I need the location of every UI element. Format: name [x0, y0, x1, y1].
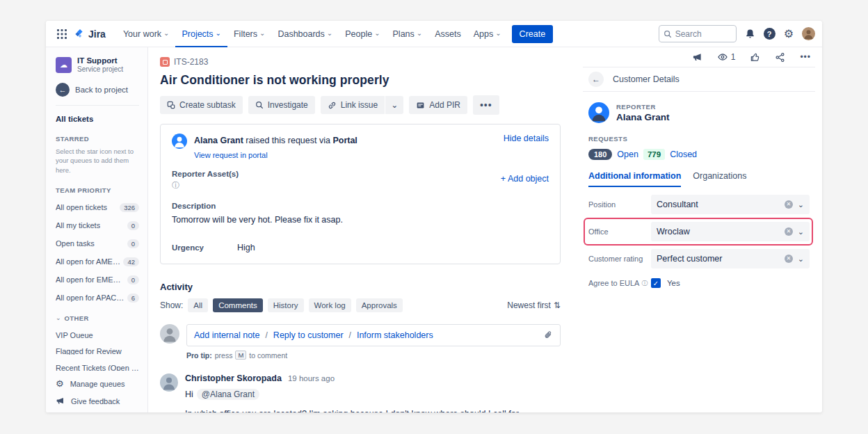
comment-composer[interactable]: Add internal note / Reply to customer / …: [186, 324, 561, 346]
more-options-icon[interactable]: •••: [800, 52, 811, 62]
add-internal-note-link[interactable]: Add internal note: [194, 330, 260, 340]
give-feedback-button[interactable]: Give feedback: [56, 396, 139, 405]
sidebar-item-all-open-tickets[interactable]: All open tickets326: [56, 203, 139, 212]
view-request-in-portal-link[interactable]: View request in portal: [194, 151, 549, 159]
description-text: Tomorrow will be very hot. Please fix it…: [172, 215, 549, 225]
eula-checkbox[interactable]: ✓: [651, 278, 661, 288]
nav-item-dashboards[interactable]: Dashboards⌄: [271, 21, 339, 47]
requests-label: REQUESTS: [588, 135, 810, 143]
customer-rating-label: Customer rating: [588, 255, 651, 263]
sidebar-item-apac-region[interactable]: All open for APAC Region6: [56, 294, 139, 303]
description-label: Description: [172, 202, 549, 210]
closed-requests-link[interactable]: Closed: [670, 150, 697, 159]
feedback-megaphone-icon[interactable]: [692, 52, 702, 63]
info-icon[interactable]: ⓘ: [641, 279, 648, 288]
sidebar-item-vip-queue[interactable]: VIP Queue: [56, 331, 139, 338]
sidebar-item-all-my-tickets[interactable]: All my tickets0: [56, 221, 139, 230]
link-issue-button[interactable]: Link issue: [321, 96, 385, 114]
open-requests-link[interactable]: Open: [617, 150, 638, 159]
nav-item-apps[interactable]: Apps⌄: [467, 21, 508, 47]
comment-item: Christopher Skoropada 19 hours ago Hi @A…: [160, 373, 561, 412]
tab-additional-information[interactable]: Additional information: [588, 171, 681, 187]
project-header[interactable]: ☁ IT Support Service project: [56, 56, 139, 73]
jira-logo-icon: [74, 28, 86, 40]
filter-chip-comments[interactable]: Comments: [213, 298, 263, 312]
clear-icon[interactable]: ✕: [785, 255, 793, 263]
sidebar-item-all-tickets[interactable]: All tickets: [56, 115, 139, 123]
eye-icon: [717, 51, 728, 63]
other-section-toggle[interactable]: ⌄ OTHER: [56, 314, 139, 322]
search-icon: [255, 101, 264, 109]
clear-icon[interactable]: ✕: [785, 227, 793, 236]
attachment-paperclip-icon[interactable]: [543, 330, 553, 340]
sidebar-item-amer-region[interactable]: All open for AMER Regi...42: [56, 257, 139, 266]
search-icon: [664, 30, 672, 38]
queue-count-badge: 0: [127, 221, 139, 230]
help-icon[interactable]: ?: [764, 28, 775, 40]
chevron-down-icon: ⌄: [374, 29, 380, 37]
sidebar-item-recent-tickets[interactable]: Recent Tickets (Open & Cl...: [56, 364, 139, 371]
position-select[interactable]: Consultant ✕ ⌄: [651, 195, 810, 214]
user-avatar[interactable]: [802, 27, 815, 40]
sidebar-item-flagged-for-review[interactable]: Flagged for Review: [56, 347, 139, 354]
chevron-down-icon: ⌄: [798, 255, 804, 264]
project-name: IT Support: [77, 56, 123, 65]
tab-organizations[interactable]: Organizations: [693, 171, 746, 187]
create-subtask-button[interactable]: Create subtask: [160, 96, 243, 114]
more-actions-button[interactable]: •••: [473, 95, 499, 115]
sort-order-button[interactable]: Newest first ⇅: [507, 300, 561, 310]
filter-chip-history[interactable]: History: [268, 298, 304, 312]
jira-logo[interactable]: Jira: [74, 28, 106, 40]
investigate-button[interactable]: Investigate: [248, 96, 315, 114]
info-icon[interactable]: ⓘ: [172, 180, 179, 191]
nav-item-plans[interactable]: Plans⌄: [387, 21, 429, 47]
top-navigation-bar: Jira Your work⌄ Projects⌄ Filters⌄ Dashb…: [46, 21, 822, 47]
nav-item-people[interactable]: People⌄: [339, 21, 386, 47]
nav-item-projects[interactable]: Projects⌄: [175, 21, 227, 47]
nav-item-assets[interactable]: Assets: [428, 21, 467, 47]
office-select[interactable]: Wroclaw ✕ ⌄: [651, 222, 810, 241]
chevron-down-icon: ⌄: [56, 314, 61, 321]
global-search[interactable]: [659, 25, 737, 42]
reply-to-customer-link[interactable]: Reply to customer: [273, 330, 344, 340]
comment-author[interactable]: Christopher Skoropada: [185, 373, 282, 383]
search-input[interactable]: [675, 29, 725, 39]
filter-chip-approvals[interactable]: Approvals: [356, 298, 403, 312]
manage-queues-button[interactable]: ⚙ Manage queues: [56, 379, 139, 388]
hide-details-link[interactable]: Hide details: [504, 134, 549, 143]
queue-count-badge: 326: [120, 203, 139, 212]
filter-chip-all[interactable]: All: [188, 298, 208, 312]
nav-item-filters[interactable]: Filters⌄: [227, 21, 271, 47]
panel-back-button[interactable]: ←: [588, 72, 604, 87]
reporter-name[interactable]: Alana Grant: [616, 112, 670, 122]
breadcrumb[interactable]: ITS-2183: [160, 57, 563, 67]
add-pir-button[interactable]: Add PIR: [409, 96, 467, 114]
create-button[interactable]: Create: [512, 25, 554, 43]
sidebar-item-open-tasks[interactable]: Open tasks0: [56, 239, 139, 248]
clear-icon[interactable]: ✕: [785, 200, 793, 209]
add-object-link[interactable]: + Add object: [501, 174, 549, 184]
nav-item-your-work[interactable]: Your work⌄: [117, 21, 176, 47]
chevron-down-icon: ⌄: [798, 227, 804, 236]
sidebar-item-emea-region[interactable]: All open for EMEA Region0: [56, 275, 139, 284]
watchers-button[interactable]: 1: [717, 51, 736, 63]
user-mention-chip[interactable]: @Alana Grant: [197, 389, 259, 400]
vote-thumbs-up-icon[interactable]: [750, 52, 760, 63]
comment-text: In which office you are located? I'm ask…: [185, 409, 561, 412]
customer-rating-select[interactable]: Perfect customer ✕ ⌄: [651, 249, 810, 268]
share-icon[interactable]: [775, 52, 785, 63]
app-switcher-icon[interactable]: [54, 26, 70, 42]
link-issue-dropdown-button[interactable]: ⌄: [385, 96, 403, 114]
office-field-row: Office Wroclaw ✕ ⌄: [588, 222, 810, 241]
inform-stakeholders-link[interactable]: Inform stakeholders: [357, 330, 433, 340]
activity-section: Activity Show: All Comments History Work…: [160, 282, 563, 412]
notifications-bell-icon[interactable]: [745, 29, 755, 39]
filter-chip-work-log[interactable]: Work log: [309, 298, 351, 312]
office-label: Office: [588, 227, 651, 236]
closed-requests-count-badge: 779: [643, 149, 665, 160]
subtask-icon: [167, 101, 175, 109]
back-to-project[interactable]: ← Back to project: [56, 83, 139, 106]
settings-gear-icon[interactable]: ⚙: [784, 29, 794, 40]
position-label: Position: [588, 200, 651, 209]
comment-timestamp[interactable]: 19 hours ago: [288, 374, 335, 383]
